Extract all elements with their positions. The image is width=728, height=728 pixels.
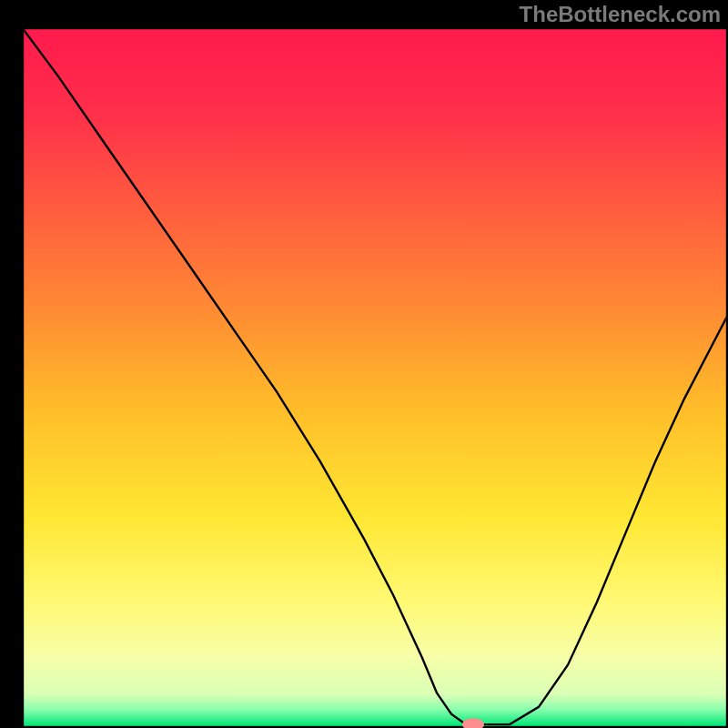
watermark-text: TheBottleneck.com [520, 2, 721, 27]
chart-container: TheBottleneck.com [0, 0, 728, 728]
bottleneck-chart [0, 0, 728, 728]
plot-area [24, 29, 726, 726]
